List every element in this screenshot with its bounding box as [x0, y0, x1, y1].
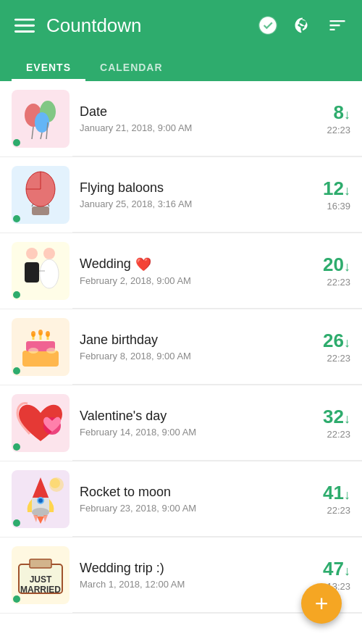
countdown-days: 47↓	[300, 559, 350, 580]
svg-marker-39	[33, 515, 38, 522]
svg-point-19	[43, 248, 55, 259]
event-date: February 2, 2018, 9:00 AM	[80, 275, 300, 286]
event-icon	[12, 318, 70, 376]
event-countdown: 26↓ 22:23	[300, 330, 350, 364]
svg-line-7	[32, 127, 33, 139]
event-icon	[12, 90, 70, 148]
event-icon: JUST MARRIED	[12, 546, 70, 604]
countdown-time: 22:23	[300, 277, 350, 288]
countdown-time: 22:23	[300, 125, 350, 135]
event-countdown: 41↓ 22:23	[300, 482, 350, 516]
svg-rect-18	[25, 262, 39, 283]
event-icon	[12, 470, 70, 528]
countdown-days: 8↓	[300, 102, 350, 123]
svg-rect-1	[14, 25, 35, 27]
event-content: Rocket to moon February 23, 2018, 9:00 A…	[80, 485, 300, 514]
list-item[interactable]: Flying baloons January 25, 2018, 3:16 AM…	[0, 157, 362, 233]
svg-marker-40	[43, 515, 48, 522]
countdown-time: 16:39	[300, 201, 350, 212]
tab-calendar[interactable]: CALENDAR	[85, 56, 177, 81]
list-item[interactable]: Rocket to moon February 23, 2018, 9:00 A…	[0, 461, 362, 538]
countdown-days: 12↓	[300, 178, 350, 199]
svg-marker-38	[37, 517, 44, 524]
countdown-days: 41↓	[300, 482, 350, 503]
countdown-days: 26↓	[300, 330, 350, 351]
add-event-button[interactable]: +	[301, 583, 342, 624]
event-name: Rocket to moon	[80, 485, 300, 500]
countdown-time: 22:23	[300, 429, 350, 440]
tab-bar: EVENTS CALENDAR	[12, 51, 350, 81]
event-content: Jane birthday February 8, 2018, 9:00 AM	[80, 333, 300, 361]
event-date: February 8, 2018, 9:00 AM	[80, 351, 300, 361]
event-content: Wedding ❤️ February 2, 2018, 9:00 AM	[80, 256, 300, 286]
svg-point-30	[28, 348, 38, 354]
event-list: Date January 21, 2018, 9:00 AM 8↓ 22:23 …	[0, 81, 362, 644]
svg-point-31	[46, 348, 56, 354]
countdown-days: 32↓	[300, 406, 350, 427]
header-top-row: Countdown	[12, 0, 350, 51]
svg-rect-2	[14, 30, 35, 33]
event-content: Valentine's day February 14, 2018, 9:00 …	[80, 409, 300, 438]
svg-point-37	[38, 498, 43, 503]
event-icon	[12, 394, 70, 452]
event-icon	[12, 242, 70, 300]
svg-rect-13	[32, 206, 49, 215]
event-countdown: 8↓ 22:23	[300, 102, 350, 135]
svg-line-9	[41, 133, 42, 139]
svg-rect-0	[14, 19, 35, 21]
app-header: Countdown EVENTS CALENDAR	[0, 0, 362, 81]
tab-events[interactable]: EVENTS	[12, 56, 85, 81]
countdown-time: 22:23	[300, 353, 350, 364]
event-icon	[12, 166, 70, 224]
event-countdown: 12↓ 16:39	[300, 178, 350, 212]
app-title: Countdown	[46, 14, 246, 37]
event-content: Flying baloons January 25, 2018, 3:16 AM	[80, 180, 300, 209]
svg-text:MARRIED: MARRIED	[20, 585, 61, 595]
event-name: Date	[80, 104, 300, 120]
palette-icon[interactable]	[290, 12, 316, 38]
sort-icon[interactable]	[324, 12, 350, 38]
svg-point-29	[46, 331, 50, 337]
list-item[interactable]: Date January 21, 2018, 9:00 AM 8↓ 22:23	[0, 81, 362, 157]
svg-marker-33	[32, 477, 49, 499]
event-date: February 23, 2018, 9:00 AM	[80, 503, 300, 514]
event-date: February 14, 2018, 9:00 AM	[80, 427, 300, 438]
svg-point-27	[31, 331, 35, 337]
countdown-time: 22:23	[300, 505, 350, 516]
svg-text:JUST: JUST	[30, 574, 52, 585]
svg-point-20	[40, 259, 59, 288]
svg-point-28	[38, 330, 43, 335]
event-name: Flying baloons	[80, 180, 300, 196]
countdown-days: 20↓	[300, 254, 350, 275]
list-item[interactable]: Jane birthday February 8, 2018, 9:00 AM …	[0, 309, 362, 385]
event-date: January 21, 2018, 9:00 AM	[80, 122, 300, 133]
event-content: Date January 21, 2018, 9:00 AM	[80, 104, 300, 133]
event-name: Wedding trip :)	[80, 561, 300, 576]
svg-rect-44	[30, 559, 51, 568]
svg-point-17	[26, 248, 38, 259]
event-countdown: 20↓ 22:23	[300, 254, 350, 288]
list-item[interactable]: Wedding ❤️ February 2, 2018, 9:00 AM 20↓…	[0, 233, 362, 309]
svg-point-42	[50, 478, 60, 488]
event-date: March 1, 2018, 12:00 AM	[80, 579, 300, 590]
list-item[interactable]: Valentine's day February 14, 2018, 9:00 …	[0, 385, 362, 461]
event-name: Jane birthday	[80, 333, 300, 348]
menu-icon[interactable]	[12, 12, 38, 38]
check-icon[interactable]	[255, 12, 281, 38]
event-countdown: 32↓ 22:23	[300, 406, 350, 440]
event-content: Wedding trip :) March 1, 2018, 12:00 AM	[80, 561, 300, 590]
event-name: Valentine's day	[80, 409, 300, 424]
event-name: Wedding ❤️	[80, 256, 300, 272]
event-date: January 25, 2018, 3:16 AM	[80, 198, 300, 209]
